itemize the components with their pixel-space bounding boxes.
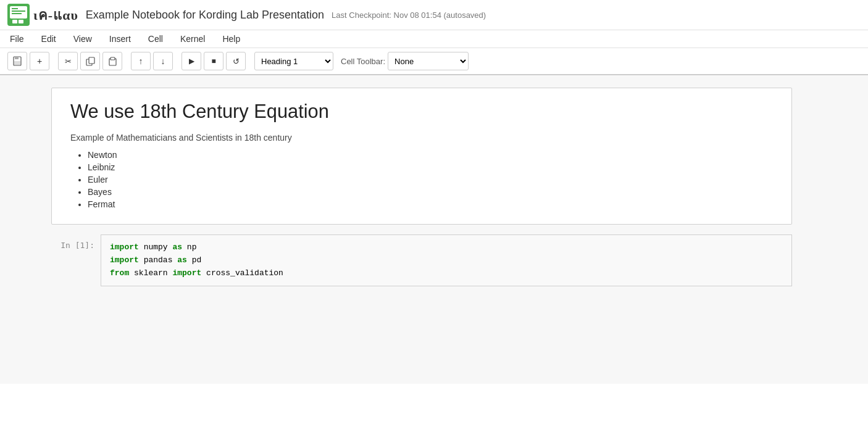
code-cell-wrapper: In [1]: import numpy as np import pandas… (51, 234, 792, 286)
logo-area: ιค-แαυ (7, 4, 78, 26)
list-item: Newton (88, 150, 773, 160)
identifier: numpy (144, 243, 173, 252)
keyword: import (110, 243, 139, 252)
cell-container: We use 18th Century Equation Example of … (39, 88, 829, 286)
menu-item-view[interactable]: View (71, 33, 94, 45)
stop-button[interactable]: ■ (204, 52, 223, 70)
cell-prompt: In [1]: (51, 234, 101, 250)
run-button[interactable]: ▶ (182, 52, 201, 70)
cell-heading: We use 18th Century Equation (70, 101, 773, 123)
keyword: as (177, 255, 187, 265)
add-cell-button[interactable]: + (30, 52, 49, 70)
cut-button[interactable]: ✂ (58, 52, 78, 70)
identifier: cross_validation (206, 268, 283, 278)
cell-paragraph: Example of Mathematicians and Scientists… (70, 133, 773, 143)
move-down-button[interactable]: ↓ (153, 52, 173, 70)
list-item: Fermat (88, 199, 773, 209)
menu-item-insert[interactable]: Insert (107, 33, 133, 45)
code-line-3: from sklearn import cross_validation (110, 267, 783, 280)
paste-button[interactable] (102, 52, 122, 70)
keyword: import (110, 255, 139, 265)
cell-toolbar-label: Cell Toolbar: (341, 57, 385, 66)
list-item: Leibniz (88, 162, 773, 172)
cell-list: Newton Leibniz Euler Bayes Fermat (70, 150, 773, 209)
svg-rect-9 (14, 61, 20, 65)
logo-text: ιค-แαυ (33, 4, 78, 26)
svg-rect-8 (15, 57, 19, 59)
code-cell[interactable]: import numpy as np import pandas as pd f… (101, 234, 792, 286)
svg-rect-3 (12, 10, 25, 12)
identifier: pd (192, 255, 202, 265)
restart-button[interactable]: ↺ (226, 52, 246, 70)
notebook-title: Example Notebook for Kording Lab Present… (86, 9, 324, 22)
header: ιค-แαυ Example Notebook for Kording Lab … (0, 0, 868, 30)
svg-rect-13 (111, 57, 115, 60)
toolbar: + ✂ ↑ ↓ ▶ ■ ↺ Heading 1 Code Markdown Ra… (0, 48, 868, 75)
menubar: FileEditViewInsertCellKernelHelp (0, 30, 868, 48)
menu-item-help[interactable]: Help (220, 33, 243, 45)
code-line-1: import numpy as np (110, 241, 783, 254)
svg-rect-11 (89, 57, 94, 64)
svg-rect-2 (12, 8, 18, 9)
menu-item-kernel[interactable]: Kernel (178, 33, 207, 45)
checkpoint-info: Last Checkpoint: Nov 08 01:54 (autosaved… (332, 10, 486, 20)
copy-button[interactable] (80, 52, 100, 70)
list-item: Euler (88, 175, 773, 184)
notebook-area: We use 18th Century Equation Example of … (0, 75, 868, 384)
svg-rect-5 (12, 20, 17, 23)
svg-rect-4 (12, 13, 22, 14)
menu-item-cell[interactable]: Cell (146, 33, 165, 45)
keyword: import (172, 268, 201, 278)
identifier: np (187, 243, 197, 252)
cell-toolbar-dropdown[interactable]: None Edit Metadata Raw Cell Format Slide… (388, 52, 469, 70)
move-up-button[interactable]: ↑ (131, 52, 151, 70)
menu-item-file[interactable]: File (7, 33, 27, 45)
save-button[interactable] (7, 52, 27, 70)
code-line-2: import pandas as pd (110, 254, 783, 267)
menu-item-edit[interactable]: Edit (39, 33, 59, 45)
jupyter-logo-icon (7, 4, 30, 26)
keyword: from (110, 268, 129, 278)
keyword: as (172, 243, 182, 252)
svg-rect-6 (19, 20, 23, 23)
markdown-cell: We use 18th Century Equation Example of … (51, 88, 792, 225)
identifier: pandas (144, 255, 178, 265)
identifier: sklearn (134, 268, 172, 278)
list-item: Bayes (88, 187, 773, 197)
cell-type-dropdown[interactable]: Heading 1 Code Markdown Raw NBConvert (254, 52, 333, 70)
